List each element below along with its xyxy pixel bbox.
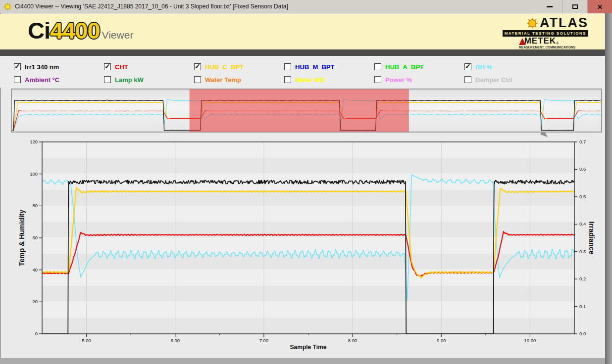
legend-item-label: Ambient °C — [25, 76, 59, 84]
legend-item-hub-m-bpt[interactable]: HUB_M_BPT — [284, 63, 374, 71]
legend-item-power-[interactable]: Power % — [374, 76, 464, 84]
atlas-sun-icon — [526, 17, 538, 29]
xtick: 9:00 — [437, 338, 446, 343]
ytick-left: 20 — [32, 299, 38, 304]
checkbox[interactable] — [194, 63, 201, 70]
app-sun-icon — [3, 2, 12, 11]
checkbox[interactable] — [464, 63, 471, 70]
checkbox[interactable] — [374, 63, 381, 70]
legend-item-label: Power % — [385, 76, 412, 84]
legend-item-water-m-[interactable]: Water MΩ — [284, 76, 374, 84]
close-button[interactable]: ✕ — [587, 0, 612, 13]
ytick-left: 80 — [32, 203, 38, 208]
window-title: Ci4400 Viewer -- Viewing 'SAE J2412_J188… — [15, 3, 288, 10]
ytick-left: 120 — [30, 139, 38, 144]
legend-item-hub-c-bpt[interactable]: HUB_C_BPT — [194, 63, 284, 71]
ytick-right: 0.6 — [579, 166, 586, 172]
legend-item-cht[interactable]: CHT — [104, 63, 194, 71]
legend-item-label: Lamp kW — [115, 76, 144, 84]
checkbox[interactable] — [464, 76, 471, 83]
ytick-left: 40 — [32, 267, 38, 273]
checkbox[interactable] — [14, 63, 21, 70]
ytick-left: 0 — [35, 331, 38, 336]
selection-region[interactable] — [190, 90, 409, 132]
legend-item-label: Irr1 340 nm — [25, 63, 59, 71]
legend-item-label: HUB_M_BPT — [295, 63, 334, 71]
window-frame-right — [605, 13, 612, 364]
ci4400-viewer-window: Ci4400 Viewer -- Viewing 'SAE J2412_J188… — [0, 0, 612, 364]
minimize-button[interactable] — [537, 0, 562, 13]
legend-item-label: RH % — [475, 63, 492, 71]
legend-item-water-temp[interactable]: Water Temp — [194, 76, 284, 84]
ytick-right: 0.0 — [579, 331, 586, 336]
left-axis-title: Temp & Humidity — [18, 210, 26, 266]
legend-item-irr1-340-nm[interactable]: Irr1 340 nm — [14, 63, 104, 71]
legend-item-rh-[interactable]: RH % — [464, 63, 555, 71]
overview-strip[interactable] — [11, 89, 602, 135]
xtick: 7:00 — [259, 338, 269, 343]
atlas-logo: ATLAS MATERIAL TESTING SOLUTIONS — [503, 16, 588, 37]
checkbox[interactable] — [104, 76, 111, 83]
checkbox[interactable] — [194, 76, 201, 83]
checkbox[interactable] — [14, 76, 21, 83]
logo-model-text: 4400 — [50, 17, 100, 44]
legend-item-label: Water Temp — [205, 76, 241, 84]
ametek-name: METEK — [524, 37, 557, 45]
legend-item-lamp-kw[interactable]: Lamp kW — [104, 76, 194, 84]
legend-item-label: Water MΩ — [295, 76, 325, 84]
legend-item-ambient-c[interactable]: Ambient °C — [14, 76, 104, 84]
logo-viewer-text: Viewer — [102, 29, 134, 41]
ytick-right: 0.5 — [579, 194, 586, 199]
close-icon: ✕ — [597, 3, 603, 10]
legend-item-label: HUB_A_BPT — [385, 63, 424, 71]
title-bar[interactable]: Ci4400 Viewer -- Viewing 'SAE J2412_J188… — [0, 0, 612, 13]
ytick-right: 0.3 — [579, 249, 586, 254]
ametek-caption-1: MEASUREMENT, COMMUNICATIONS — [519, 46, 575, 49]
xtick: 10:00 — [524, 338, 536, 343]
xtick: 8:00 — [348, 338, 357, 343]
maximize-button[interactable] — [562, 0, 587, 13]
channel-legend-panel: Irr1 340 nmCHTHUB_C_BPTHUB_M_BPTHUB_A_BP… — [0, 56, 605, 88]
atlas-name: ATLAS — [540, 16, 588, 30]
ytick-left: 100 — [30, 171, 38, 177]
ytick-right: 0.2 — [579, 276, 586, 281]
maximize-icon — [572, 4, 578, 9]
xtick: 5:00 — [82, 338, 91, 343]
window-frame-bottom — [0, 358, 605, 364]
legend-item-label: CHT — [115, 63, 128, 71]
x-axis-title: Sample Time — [290, 344, 327, 351]
checkbox[interactable] — [104, 63, 111, 70]
ametek-reg-mark: ® — [556, 42, 559, 45]
checkbox[interactable] — [374, 76, 381, 83]
checkbox[interactable] — [284, 63, 291, 70]
main-chart[interactable]: 0204060801001200.00.10.20.30.40.50.60.75… — [0, 135, 605, 360]
ytick-left: 60 — [32, 235, 38, 240]
ytick-right: 0.1 — [579, 304, 586, 309]
legend-item-label: HUB_C_BPT — [205, 63, 244, 71]
checkbox[interactable] — [284, 76, 291, 83]
legend-item-hub-a-bpt[interactable]: HUB_A_BPT — [374, 63, 464, 71]
right-axis-title: Irradiance — [588, 222, 596, 255]
app-header: Ci4400Viewer ATLAS MATERIAL TESTING SOLU… — [0, 14, 605, 49]
logo-ci-text: Ci — [28, 17, 50, 44]
ytick-right: 0.7 — [579, 139, 586, 144]
xtick: 6:00 — [171, 338, 180, 343]
ytick-right: 0.4 — [579, 221, 586, 227]
header-divider-bar — [0, 49, 605, 56]
legend-item-label: Damper Ctrl — [475, 76, 512, 84]
legend-item-damper-ctrl[interactable]: Damper Ctrl — [464, 76, 555, 84]
minimize-icon — [547, 6, 553, 7]
ci4400-logo: Ci4400Viewer — [28, 17, 133, 44]
